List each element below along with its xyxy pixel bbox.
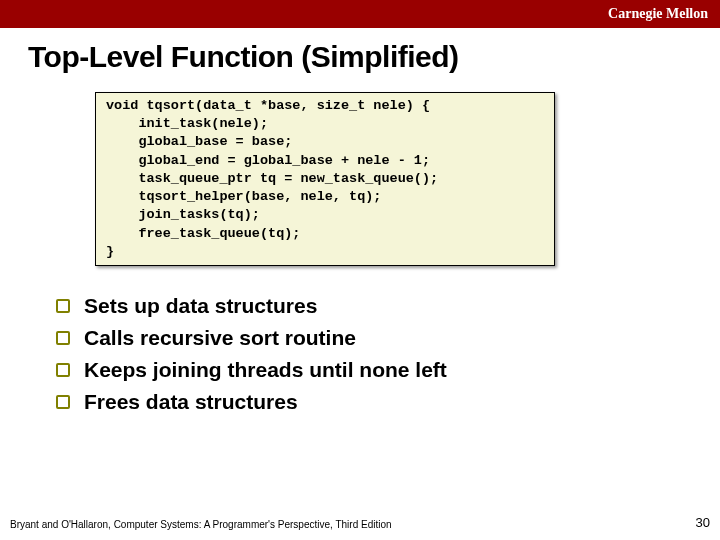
slide-title: Top-Level Function (Simplified) xyxy=(28,40,720,74)
bullet-item: Sets up data structures xyxy=(56,294,720,318)
bullet-item: Frees data structures xyxy=(56,390,720,414)
bullet-icon xyxy=(56,363,70,377)
bullet-text: Sets up data structures xyxy=(84,294,317,318)
header-brand: Carnegie Mellon xyxy=(608,6,708,22)
code-block: void tqsort(data_t *base, size_t nele) {… xyxy=(95,92,555,266)
bullet-text: Calls recursive sort routine xyxy=(84,326,356,350)
bullet-item: Keeps joining threads until none left xyxy=(56,358,720,382)
header-bar: Carnegie Mellon xyxy=(0,0,720,28)
slide: Carnegie Mellon Top-Level Function (Simp… xyxy=(0,0,720,540)
footer: Bryant and O'Hallaron, Computer Systems:… xyxy=(10,515,710,530)
bullet-icon xyxy=(56,299,70,313)
footer-citation: Bryant and O'Hallaron, Computer Systems:… xyxy=(10,519,392,530)
page-number: 30 xyxy=(696,515,710,530)
bullet-list: Sets up data structures Calls recursive … xyxy=(56,294,720,414)
bullet-text: Keeps joining threads until none left xyxy=(84,358,447,382)
bullet-icon xyxy=(56,331,70,345)
bullet-icon xyxy=(56,395,70,409)
bullet-item: Calls recursive sort routine xyxy=(56,326,720,350)
bullet-text: Frees data structures xyxy=(84,390,298,414)
